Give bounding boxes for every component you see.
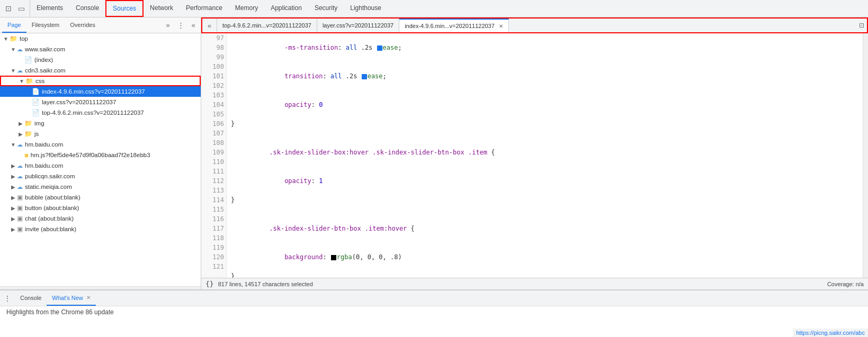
- tree-item-chat[interactable]: ▣ chat (about:blank): [0, 213, 201, 224]
- tab-overrides[interactable]: Overrides: [65, 17, 101, 33]
- editor-split-button[interactable]: ⊡: [856, 22, 867, 29]
- tree-item-top[interactable]: 📁 top: [0, 33, 201, 44]
- css-icon-index: 📄: [32, 88, 40, 95]
- toolbar-icons: ⊡ ▭: [0, 0, 30, 17]
- format-icon[interactable]: {}: [205, 280, 214, 288]
- code-line-104: }: [231, 195, 858, 205]
- tree-item-hm-baidu2[interactable]: ☁ hm.baidu.com: [0, 160, 201, 171]
- tab-performance[interactable]: Performance: [180, 0, 229, 17]
- whats-new-label: What's New: [52, 295, 83, 301]
- tree-item-www-saikr[interactable]: ☁ www.saikr.com: [0, 44, 201, 54]
- tab-lighthouse[interactable]: Lighthouse: [344, 0, 388, 17]
- tree-label-top: top: [20, 35, 28, 42]
- tab-network[interactable]: Network: [144, 0, 180, 17]
- line-numbers: 979899100101 102103104105106 10710810911…: [201, 33, 227, 278]
- tab-application[interactable]: Application: [264, 0, 308, 17]
- tab-console[interactable]: Console: [69, 0, 105, 17]
- tree-label-static-meiqia: static.meiqia.com: [25, 184, 72, 190]
- cloud-icon-hm: ☁: [17, 141, 23, 148]
- code-line-99: opacity: 0: [231, 90, 858, 119]
- arrow-chat: [10, 216, 17, 222]
- more-tabs-button[interactable]: »: [163, 20, 173, 31]
- devtools-toolbar: ⊡ ▭ Elements Console Sources Network Per…: [0, 0, 868, 17]
- editor-scrollbar[interactable]: [863, 33, 868, 278]
- color-swatch-98[interactable]: [362, 74, 367, 79]
- bottom-tab-whats-new[interactable]: What's New ✕: [47, 290, 95, 306]
- arrow-js: [17, 131, 24, 137]
- tab-security[interactable]: Security: [308, 0, 344, 17]
- tree-label-js: js: [34, 131, 39, 137]
- tree-item-hm-js[interactable]: ■ hm.js?f0ef5de4e57d9f0a06baad7f2e18ebb3: [0, 150, 201, 160]
- js-icon-hm: ■: [24, 151, 29, 159]
- code-content[interactable]: -ms-transition: all .2s ease; transition…: [227, 33, 863, 278]
- tree-label-cdn3: cdn3.saikr.com: [25, 67, 66, 74]
- collapse-panel-button[interactable]: «: [188, 20, 199, 31]
- tree-item-top-css[interactable]: 📄 top-4.9.6.2.min.css?v=202011122037: [0, 107, 201, 118]
- cloud-icon-static: ☁: [17, 184, 23, 190]
- cloud-icon-hm2: ☁: [17, 162, 23, 169]
- main-tab-nav: Elements Console Sources Network Perform…: [30, 0, 388, 17]
- tab-page[interactable]: Page: [2, 17, 26, 33]
- arrow-static-meiqia: [10, 184, 17, 190]
- css-icon-layer: 📄: [32, 98, 40, 106]
- tree-item-index-css[interactable]: 📄 index-4.9.6.min.css?v=202011122037: [0, 86, 201, 97]
- bottom-tab-console[interactable]: Console: [15, 290, 47, 306]
- doc-icon-index: 📄: [24, 56, 32, 63]
- code-area: 979899100101 102103104105106 10710810911…: [201, 33, 868, 278]
- whats-new-close[interactable]: ✕: [86, 295, 91, 300]
- arrow-publicqn: [10, 174, 17, 179]
- tree-label-www-saikr: www.saikr.com: [25, 46, 65, 52]
- tree-label-img: img: [34, 120, 44, 126]
- code-line-103: opacity: 1: [231, 167, 858, 195]
- file-tree: 📁 top ☁ www.saikr.com 📄 (index) ☁ cdn3.s…: [0, 33, 201, 286]
- editor-tab-top-css[interactable]: top-4.9.6.2.min...v=202011122037: [217, 19, 317, 32]
- tab-filesystem[interactable]: Filesystem: [26, 17, 65, 33]
- bottom-url: https://picng.saikr.com/abc: [793, 329, 868, 337]
- code-line-105: [231, 205, 858, 214]
- arrow-cdn3: [10, 68, 17, 74]
- tab-elements[interactable]: Elements: [30, 0, 69, 17]
- tree-item-js[interactable]: 📁 js: [0, 129, 201, 139]
- tree-item-cdn3[interactable]: ☁ cdn3.saikr.com: [0, 65, 201, 76]
- tree-item-bubble[interactable]: ▣ bubble (about:blank): [0, 192, 201, 203]
- code-line-97: -ms-transition: all .2s ease;: [231, 33, 858, 62]
- tree-item-invite[interactable]: ▣ invite (about:blank): [0, 224, 201, 234]
- css-icon-top: 📄: [32, 109, 40, 116]
- tree-item-button[interactable]: ▣ button (about:blank): [0, 203, 201, 213]
- bottom-dots-button[interactable]: ⋮: [2, 293, 13, 304]
- tree-label-index: (index): [34, 57, 53, 63]
- left-panel-tab-bar: Page Filesystem Overrides » ⋮ «: [0, 17, 201, 33]
- collapse-editor-button[interactable]: «: [202, 19, 217, 32]
- folder-icon-top: 📁: [10, 35, 17, 42]
- tree-label-hm-js: hm.js?f0ef5de4e57d9f0a06baad7f2e18ebb3: [31, 152, 150, 158]
- tree-item-layer-css[interactable]: 📄 layer.css?v=202011122037: [0, 97, 201, 107]
- color-swatch-107[interactable]: [331, 255, 336, 260]
- tree-item-static-meiqia[interactable]: ☁ static.meiqia.com: [0, 181, 201, 192]
- folder-icon-js: 📁: [24, 130, 32, 138]
- device-icon[interactable]: ▭: [17, 4, 25, 13]
- tree-item-img[interactable]: 📁 img: [0, 118, 201, 129]
- window-icon-bubble: ▣: [17, 194, 23, 201]
- inspect-icon[interactable]: ⊡: [4, 4, 13, 13]
- tree-item-hm-baidu[interactable]: ☁ hm.baidu.com: [0, 139, 201, 150]
- tree-label-hm-baidu: hm.baidu.com: [25, 141, 63, 148]
- tree-item-publicqn[interactable]: ☁ publicqn.saikr.com: [0, 171, 201, 181]
- editor-tab-index-css-label: index-4.9.6.min...v=202011122037: [405, 23, 495, 29]
- tab-memory[interactable]: Memory: [229, 0, 264, 17]
- folder-icon-css: 📁: [25, 77, 33, 85]
- cloud-icon-publicqn: ☁: [17, 173, 23, 180]
- status-info: 817 lines, 14517 characters selected: [218, 281, 313, 287]
- editor-tab-close-button[interactable]: ✕: [499, 23, 503, 29]
- tab-sources[interactable]: Sources: [105, 0, 144, 17]
- tree-item-css[interactable]: 📁 css: [0, 76, 201, 86]
- kebab-menu-button[interactable]: ⋮: [175, 20, 186, 31]
- arrow-top: [2, 36, 10, 42]
- editor-tab-layer-css[interactable]: layer.css?v=202011122037: [317, 19, 399, 32]
- color-swatch-97[interactable]: [377, 45, 382, 51]
- editor-tab-index-css[interactable]: index-4.9.6.min...v=202011122037 ✕: [399, 19, 509, 32]
- tree-item-index[interactable]: 📄 (index): [0, 54, 201, 65]
- tree-label-bubble: bubble (about:blank): [25, 194, 80, 201]
- tree-label-chat: chat (about:blank): [25, 215, 74, 222]
- editor-tab-top-css-label: top-4.9.6.2.min...v=202011122037: [222, 22, 311, 29]
- arrow-css: [18, 78, 25, 84]
